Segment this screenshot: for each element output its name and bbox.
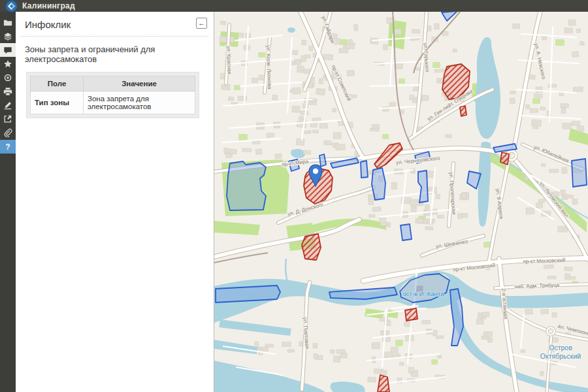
infoclick-comment-button[interactable] (0, 43, 16, 57)
star-icon (3, 59, 12, 69)
restricted-zone[interactable] (372, 168, 385, 200)
prohibited-zone[interactable] (302, 234, 321, 260)
print-button[interactable] (0, 84, 16, 98)
layers-button[interactable] (0, 29, 16, 43)
attach-icon (3, 128, 12, 137)
measure-icon (3, 101, 12, 110)
field-value-cell: Зона запрета для электросамокатов (84, 91, 195, 114)
help-button[interactable]: ? (0, 140, 16, 154)
infoclick-comment-icon (3, 46, 12, 55)
restricted-zone[interactable] (216, 286, 280, 302)
place-label: Октябрьский (540, 352, 581, 360)
street-label: ул. Красная (225, 46, 233, 74)
restricted-zone[interactable] (361, 161, 368, 178)
toolbar: ? (0, 12, 16, 392)
table-row: Тип зоныЗона запрета для электросамокато… (31, 91, 195, 114)
restricted-zone[interactable] (227, 161, 266, 210)
prohibited-zone[interactable] (405, 308, 417, 321)
layers-icon (3, 32, 12, 41)
locate-button[interactable] (0, 71, 16, 84)
map-viewport[interactable]: ул. Краснаяул. Косм. Леоноваул. Гайдарап… (214, 12, 588, 392)
pin-dot (313, 169, 318, 174)
prohibited-zone[interactable] (500, 152, 509, 165)
app-header: Калининград (0, 0, 588, 12)
restricted-zone[interactable] (572, 159, 587, 187)
share-button[interactable] (0, 112, 16, 125)
place-label: Остров (549, 344, 572, 351)
print-icon (3, 87, 12, 96)
help-icon: ? (5, 142, 10, 152)
folder-icon (3, 18, 12, 27)
folder-button[interactable] (0, 16, 16, 29)
measure-button[interactable] (0, 98, 16, 112)
water-label: ост-в И. Канта (403, 290, 445, 297)
prohibited-zone[interactable] (460, 106, 466, 116)
app-logo-icon (6, 1, 17, 12)
panel-title: Инфоклик (25, 19, 71, 30)
table-column-header: Значение (84, 76, 195, 91)
table-column-header: Поле (31, 76, 84, 91)
app-window: Калининград ? Инфоклик ← Зоны запрета и … (0, 0, 588, 392)
layer-heading: Зоны запрета и ограничений для электроса… (16, 37, 214, 71)
field-name-cell: Тип зоны (31, 91, 84, 114)
restricted-zone[interactable] (400, 224, 412, 240)
locate-icon (3, 73, 12, 82)
star-button[interactable] (0, 57, 16, 71)
infoclick-panel: Инфоклик ← Зоны запрета и ограничений дл… (16, 12, 214, 392)
attach-button[interactable] (0, 125, 16, 139)
collapse-panel-button[interactable]: ← (196, 18, 207, 29)
share-icon (3, 114, 12, 123)
app-title: Калининград (22, 1, 75, 10)
prohibited-zone[interactable] (378, 375, 389, 392)
attribute-table: ПолеЗначение Тип зоныЗона запрета для эл… (26, 72, 199, 118)
